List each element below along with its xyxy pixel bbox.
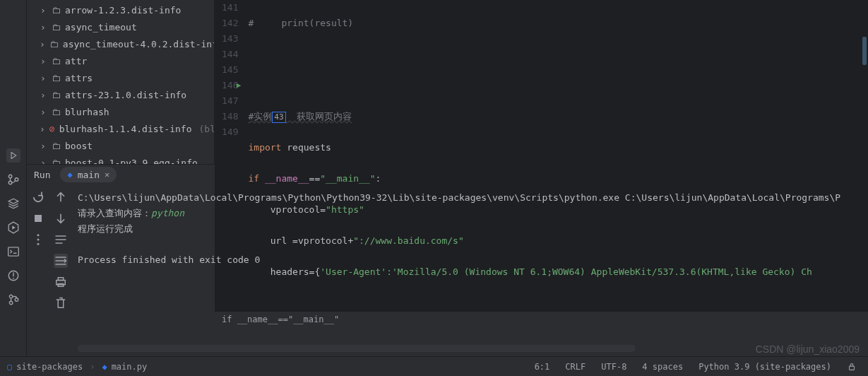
status-bar: ▢ site-packages › ◆ main.py 6:1 CRLF UTF… xyxy=(0,356,868,376)
more-vertical-icon[interactable] xyxy=(31,233,45,247)
code-text: __name__ xyxy=(265,173,309,184)
hex-play-icon[interactable] xyxy=(6,221,20,235)
git-icon[interactable] xyxy=(6,172,20,187)
badge-box: 43 xyxy=(272,112,285,123)
tree-item[interactable]: › 🗀 attr xyxy=(27,52,214,69)
chevron-right-icon: › xyxy=(40,39,45,49)
run-tab-main[interactable]: ◆ main ✕ xyxy=(60,167,117,182)
code-text: "__main__" xyxy=(320,173,375,184)
tree-label: async_timeout-4.0.2.dist-info xyxy=(63,39,215,49)
crumb-main-py[interactable]: ◆ main.py xyxy=(102,362,147,372)
scroll-to-end-icon[interactable] xyxy=(54,254,68,268)
tree-item[interactable]: › 🗀 async_timeout-4.0.2.dist-info xyxy=(27,35,214,52)
folder-icon: 🗀 xyxy=(51,107,61,117)
code-text: : xyxy=(376,173,381,184)
close-icon[interactable]: ✕ xyxy=(105,170,109,180)
run-panel: Run ◆ main ✕ xyxy=(27,164,868,356)
tree-item[interactable]: › 🗀 blurhash xyxy=(27,103,214,120)
left-tool-rail xyxy=(0,0,27,356)
code-text: if xyxy=(248,173,259,184)
tree-label: attr xyxy=(65,56,87,66)
tree-item[interactable]: › 🗀 arrow-1.2.3.dist-info xyxy=(27,1,214,18)
tree-label: blurhash-1.1.4.dist-info xyxy=(59,124,192,134)
terminal-icon[interactable] xyxy=(6,245,20,259)
python-icon: ◆ xyxy=(67,170,72,180)
status-indent[interactable]: 4 spaces xyxy=(638,362,687,372)
editor-range-indicator[interactable] xyxy=(862,37,867,65)
tree-label: attrs xyxy=(65,73,93,83)
tree-dim: (blurha xyxy=(199,124,215,134)
svg-rect-3 xyxy=(8,247,18,256)
chevron-right-icon: › xyxy=(90,362,95,372)
svg-point-6 xyxy=(9,295,13,298)
run-tool-col2 xyxy=(49,184,72,356)
main-column: › 🗀 arrow-1.2.3.dist-info › 🗀 async_time… xyxy=(27,0,868,356)
chevron-right-icon: › xyxy=(40,73,47,83)
package-icon: ▢ xyxy=(7,362,12,372)
crumb-site-packages[interactable]: ▢ site-packages xyxy=(7,362,83,372)
folder-error-icon: ⊘ xyxy=(49,124,55,134)
chevron-right-icon: › xyxy=(40,22,47,33)
code-text: == xyxy=(309,173,321,184)
console-line: 请录入查询内容： xyxy=(78,208,151,218)
status-eol[interactable]: CRLF xyxy=(561,362,590,372)
folder-icon: 🗀 xyxy=(51,22,61,33)
run-triangle-icon[interactable] xyxy=(6,148,20,163)
status-interpreter[interactable]: Python 3.9 (site-packages) xyxy=(694,362,836,372)
run-tool-left xyxy=(27,184,49,356)
code-text: 获取网页内容 xyxy=(286,111,352,122)
chevron-right-icon: › xyxy=(40,5,47,16)
code-text: #实例 xyxy=(248,111,272,122)
chevron-right-icon: › xyxy=(40,107,47,117)
svg-rect-14 xyxy=(58,278,64,281)
scroll-down-icon[interactable] xyxy=(54,211,68,225)
folder-icon: 🗀 xyxy=(51,141,61,151)
crumb-label: site-packages xyxy=(16,362,83,372)
folder-icon: 🗀 xyxy=(51,5,61,16)
folder-icon: 🗀 xyxy=(51,90,61,100)
tree-item[interactable]: › ⊘ blurhash-1.1.4.dist-info (blurha xyxy=(27,120,214,137)
layers-icon[interactable] xyxy=(6,196,20,211)
tree-label: boost xyxy=(65,141,93,151)
folder-icon: 🗀 xyxy=(49,39,59,49)
run-title: Run xyxy=(34,170,50,180)
console-scrollbar[interactable] xyxy=(78,345,635,352)
svg-rect-16 xyxy=(850,366,855,370)
code-text: requests xyxy=(287,142,331,153)
version-control-icon[interactable] xyxy=(6,293,20,307)
svg-point-0 xyxy=(8,175,12,178)
svg-point-11 xyxy=(37,239,40,241)
folder-icon: 🗀 xyxy=(51,73,61,83)
svg-point-5 xyxy=(13,278,14,279)
tree-label: blurhash xyxy=(65,107,109,117)
chevron-right-icon: › xyxy=(40,90,47,100)
python-file-icon: ◆ xyxy=(102,362,107,372)
console-output[interactable]: C:\Users\lijun\AppData\Local\Programs\Py… xyxy=(72,184,868,356)
status-encoding[interactable]: UTF-8 xyxy=(597,362,631,372)
stop-icon[interactable] xyxy=(31,211,45,225)
status-lock-icon[interactable] xyxy=(843,362,861,372)
tree-item[interactable]: › 🗀 attrs-23.1.0.dist-info xyxy=(27,86,214,103)
crumb-label: main.py xyxy=(112,362,148,372)
rerun-icon[interactable] xyxy=(31,190,45,204)
status-cursor-pos[interactable]: 6:1 xyxy=(530,362,554,372)
tree-item[interactable]: › 🗀 async_timeout xyxy=(27,18,214,35)
svg-point-10 xyxy=(37,234,40,236)
warning-circle-icon[interactable] xyxy=(6,269,20,283)
run-gutter-icon[interactable]: ▶ xyxy=(237,78,242,93)
tree-label: async_timeout xyxy=(65,22,137,33)
svg-point-1 xyxy=(8,181,12,184)
run-tab-label: main xyxy=(78,170,100,180)
tree-item[interactable]: › 🗀 boost xyxy=(27,137,214,154)
folder-icon: 🗀 xyxy=(51,56,61,66)
svg-point-8 xyxy=(15,298,18,302)
code-text: # print(result) xyxy=(248,18,353,28)
tree-item[interactable]: › 🗀 attrs xyxy=(27,69,214,86)
soft-wrap-icon[interactable] xyxy=(54,233,68,247)
trash-icon[interactable] xyxy=(54,296,68,310)
code-text: import xyxy=(248,142,281,153)
print-icon[interactable] xyxy=(54,275,68,289)
scroll-up-icon[interactable] xyxy=(54,190,68,204)
console-line: 程序运行完成 xyxy=(78,221,862,237)
svg-point-12 xyxy=(37,243,40,245)
